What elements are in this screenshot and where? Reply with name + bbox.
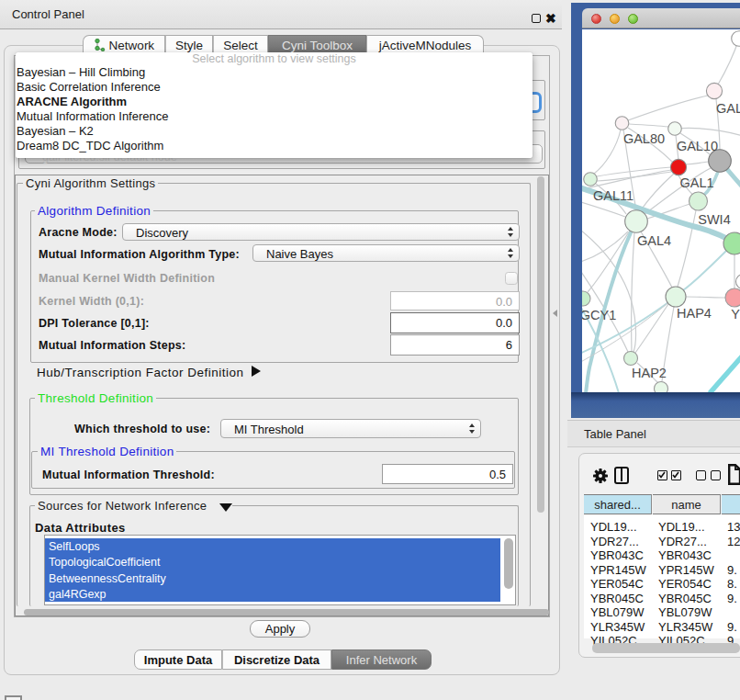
svg-text:GAL80: GAL80 xyxy=(623,131,665,146)
svg-text:SWI4: SWI4 xyxy=(698,212,730,227)
svg-text:GAL10: GAL10 xyxy=(677,139,718,153)
svg-text:Y: Y xyxy=(731,307,740,322)
svg-text:GAL11: GAL11 xyxy=(593,188,633,203)
svg-text:GAL4: GAL4 xyxy=(637,233,671,248)
svg-text:GAL1: GAL1 xyxy=(679,175,713,190)
svg-text:HAP4: HAP4 xyxy=(677,306,712,321)
svg-text:GCY1: GCY1 xyxy=(582,308,616,322)
svg-text:GAL: GAL xyxy=(716,101,740,116)
svg-text:HAP2: HAP2 xyxy=(632,366,667,380)
